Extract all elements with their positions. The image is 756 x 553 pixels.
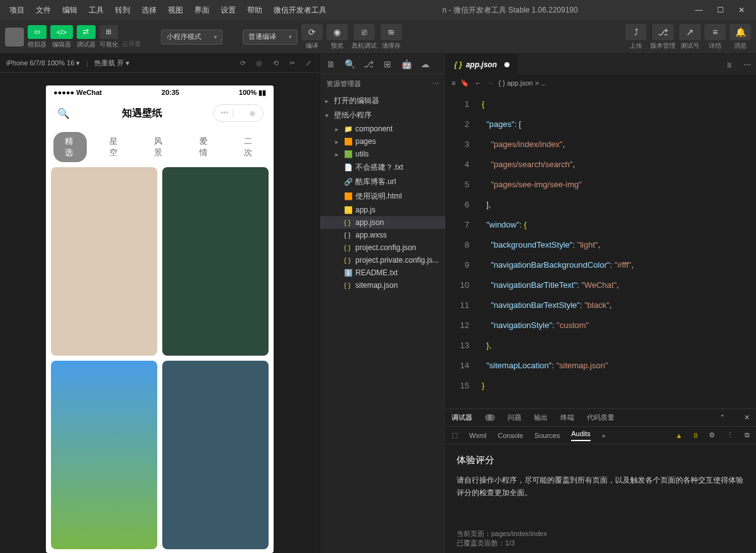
panel-tab-quality[interactable]: 代码质量 (587, 413, 614, 422)
avatar[interactable] (5, 28, 24, 47)
inspect-icon[interactable]: ⬚ (452, 431, 458, 439)
subtab-wxml[interactable]: Wxml (469, 432, 487, 439)
tab-scenery[interactable]: 风景 (143, 132, 176, 162)
popout-icon[interactable]: ⤢ (303, 58, 313, 68)
tree-item[interactable]: ▸🟧pages (320, 135, 445, 148)
breadcrumb-path[interactable]: { } app.json > ... (498, 79, 547, 87)
battery-label: 100% ▮▮ (239, 89, 266, 97)
device-selector[interactable]: iPhone 6/7/8 100% 16 ▾ (6, 59, 80, 67)
branch-icon[interactable]: ⎇ (363, 58, 374, 70)
tree-item[interactable]: 🟨app.js (320, 204, 445, 216)
subtab-sources[interactable]: Sources (535, 432, 560, 439)
wallpaper-card[interactable] (51, 167, 157, 356)
cloud-icon[interactable]: ☁ (420, 58, 431, 70)
hot-reload-selector[interactable]: 热重载 开 ▾ (94, 58, 130, 68)
tree-item[interactable]: 🔗酷库博客.url (320, 175, 445, 189)
tree-item[interactable]: { }project.config.json (320, 241, 445, 254)
close-panel-icon[interactable]: ✕ (744, 413, 750, 422)
testid-button[interactable]: ↗ (679, 24, 701, 40)
dock-icon[interactable]: ⧉ (745, 431, 750, 439)
list-icon[interactable]: ≡ (452, 79, 455, 87)
remote-debug-button[interactable]: ⎚ (353, 24, 375, 40)
menu-wechat-devtools[interactable]: 微信开发者工具 (269, 3, 331, 18)
minimize-icon[interactable]: — (689, 3, 708, 18)
screenshot-icon[interactable]: ✂ (287, 58, 297, 68)
menu-view[interactable]: 视图 (164, 3, 187, 18)
mode-dropdown[interactable]: 小程序模式 (161, 30, 223, 45)
compass-icon[interactable]: ◎ (254, 58, 264, 68)
tree-item[interactable]: { }sitemap.json (320, 279, 445, 292)
extensions-icon[interactable]: ⊞ (382, 58, 393, 70)
message-button[interactable]: 🔔 (730, 24, 751, 40)
menu-project[interactable]: 项目 (5, 3, 29, 18)
warning-icon[interactable]: ▲ (675, 432, 682, 439)
tree-item[interactable]: ▸🟩utils (320, 148, 445, 160)
search-icon[interactable]: 🔍 (56, 106, 71, 121)
tree-item[interactable]: 🟧使用说明.html (320, 189, 445, 204)
maximize-icon[interactable]: ☐ (711, 3, 730, 18)
tree-item[interactable]: ℹ️README.txt (320, 266, 445, 279)
menu-settings[interactable]: 设置 (216, 3, 240, 18)
compile-button[interactable]: ⟳ (301, 24, 323, 40)
more-icon[interactable]: ⋯ (738, 60, 756, 69)
forward-icon[interactable]: → (486, 79, 493, 87)
rotate-icon[interactable]: ⟲ (270, 58, 281, 68)
tab-featured[interactable]: 精选 (53, 132, 87, 162)
more-tabs-icon[interactable]: » (602, 432, 606, 439)
menu-help[interactable]: 帮助 (243, 3, 267, 18)
back-icon[interactable]: ← (474, 79, 481, 87)
tab-love[interactable]: 爱情 (188, 132, 221, 162)
close-icon[interactable]: ✕ (732, 3, 751, 18)
cloud-label[interactable]: 云开发 (122, 26, 141, 48)
subtab-audits[interactable]: Audits (571, 430, 591, 441)
search-icon[interactable]: 🔍 (344, 58, 355, 70)
details-button[interactable]: ≡ (704, 24, 726, 40)
collapse-icon[interactable]: ⌃ (720, 413, 725, 422)
tree-item[interactable]: { }app.json (320, 216, 445, 229)
gear-icon[interactable]: ⚙ (709, 431, 715, 439)
simulator-button[interactable]: ▭ (28, 25, 47, 39)
panel-tab-output[interactable]: 输出 (534, 413, 548, 422)
menu-file[interactable]: 文件 (31, 3, 55, 18)
tree-item[interactable]: ▸📁component (320, 123, 445, 135)
debugger-button[interactable]: ⇄ (77, 25, 96, 39)
version-button[interactable]: ⎇ (652, 24, 674, 40)
menu-interface[interactable]: 界面 (190, 3, 214, 18)
preview-button[interactable]: ◉ (326, 24, 348, 40)
visualize-button[interactable]: ⊞ (99, 25, 118, 39)
section-project[interactable]: ▾壁纸小程序 (320, 108, 445, 123)
wallpaper-card[interactable] (162, 361, 269, 549)
refresh-icon[interactable]: ⟳ (238, 58, 248, 68)
menu-edit[interactable]: 编辑 (58, 3, 82, 18)
panel-tab-problems[interactable]: 问题 (508, 413, 521, 422)
compile-mode-dropdown[interactable]: 普通编译 (243, 30, 297, 45)
clear-cache-button[interactable]: ≋ (381, 24, 402, 40)
wallpaper-card[interactable] (51, 361, 157, 549)
tab-stars[interactable]: 星空 (98, 132, 131, 162)
phone-simulator[interactable]: ●●●●● WeChat 20:35 100% ▮▮ 🔍 知遇壁纸 •••◉ 精… (46, 85, 274, 553)
menu-tool[interactable]: 工具 (84, 3, 108, 18)
kebab-icon[interactable]: ⋮ (726, 431, 733, 439)
wallpaper-card[interactable] (162, 167, 269, 356)
editor-tab-appjson[interactable]: { }app.json (445, 54, 518, 75)
section-open-editors[interactable]: ▸打开的编辑器 (320, 94, 445, 108)
toolbar: ▭模拟器 </>编辑器 ⇄调试器 ⊞可视化 云开发 小程序模式 普通编译 ⟳编译… (0, 20, 756, 54)
upload-button[interactable]: ⤴ (625, 24, 647, 40)
panel-tab-terminal[interactable]: 终端 (560, 413, 574, 422)
subtab-console[interactable]: Console (498, 432, 523, 439)
menu-goto[interactable]: 转到 (111, 3, 135, 18)
tree-item[interactable]: { }project.private.config.js... (320, 254, 445, 266)
robot-icon[interactable]: 🤖 (401, 58, 412, 70)
menu-select[interactable]: 选择 (137, 3, 161, 18)
tab-anime[interactable]: 二次 (233, 132, 266, 162)
panel-tab-debugger[interactable]: 调试器 (452, 413, 472, 422)
bookmark-icon[interactable]: 🔖 (460, 79, 469, 87)
tree-item[interactable]: 📄不会搭建？.txt (320, 160, 445, 175)
split-icon[interactable]: ⫼ (721, 60, 738, 69)
capsule-button[interactable]: •••◉ (213, 104, 264, 122)
coverage-label: 已覆盖页面数：1/3 (457, 539, 745, 548)
editor-button[interactable]: </> (50, 25, 73, 39)
files-icon[interactable]: 🗎 (325, 58, 336, 70)
more-icon[interactable]: ⋯ (432, 80, 439, 88)
tree-item[interactable]: { }app.wxss (320, 229, 445, 241)
